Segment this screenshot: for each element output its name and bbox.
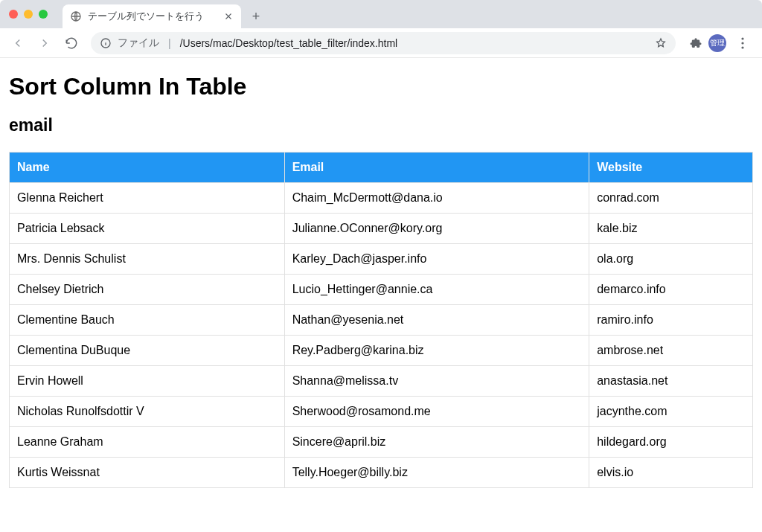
- cell-name: Mrs. Dennis Schulist: [10, 244, 285, 275]
- cell-name: Clementine Bauch: [10, 305, 285, 336]
- tab-title: テーブル列でソートを行う: [88, 10, 217, 23]
- cell-website: elvis.io: [589, 458, 753, 488]
- browser-tab-active[interactable]: テーブル列でソートを行う: [63, 4, 241, 28]
- profile-avatar[interactable]: 管理: [708, 34, 726, 52]
- svg-point-4: [741, 46, 743, 48]
- globe-icon: [70, 10, 82, 22]
- browser-tab-strip: テーブル列でソートを行う +: [0, 0, 762, 28]
- forward-button[interactable]: [33, 31, 57, 55]
- browser-toolbar: ファイル | /Users/mac/Desktop/test_table_fil…: [0, 28, 762, 58]
- cell-name: Clementina DuBuque: [10, 336, 285, 366]
- svg-point-3: [741, 42, 743, 44]
- cell-name: Ervin Howell: [10, 366, 285, 397]
- cell-website: conrad.com: [589, 183, 753, 214]
- sort-column-label: email: [9, 115, 753, 135]
- cell-email: Lucio_Hettinger@annie.ca: [284, 275, 589, 305]
- table-row: Mrs. Dennis SchulistKarley_Dach@jasper.i…: [10, 244, 753, 275]
- cell-website: demarco.info: [589, 275, 753, 305]
- cell-email: Rey.Padberg@karina.biz: [284, 336, 589, 366]
- page-content: Sort Column In Table email Name Email We…: [0, 58, 762, 497]
- table-row: Nicholas Runolfsdottir VSherwood@rosamon…: [10, 397, 753, 427]
- column-header-name[interactable]: Name: [10, 153, 285, 183]
- back-button[interactable]: [6, 31, 30, 55]
- cell-website: jacynthe.com: [589, 397, 753, 427]
- svg-point-2: [741, 37, 743, 39]
- cell-name: Patricia Lebsack: [10, 214, 285, 244]
- new-tab-button[interactable]: +: [246, 6, 266, 27]
- dots-vertical-icon: [741, 37, 744, 49]
- cell-website: anastasia.net: [589, 366, 753, 397]
- cell-name: Chelsey Dietrich: [10, 275, 285, 305]
- cell-email: Shanna@melissa.tv: [284, 366, 589, 397]
- cell-name: Kurtis Weissnat: [10, 458, 285, 488]
- table-row: Kurtis WeissnatTelly.Hoeger@billy.bizelv…: [10, 458, 753, 488]
- table-row: Clementina DuBuqueRey.Padberg@karina.biz…: [10, 336, 753, 366]
- close-icon[interactable]: [223, 11, 234, 22]
- reload-icon: [65, 36, 78, 50]
- extensions-icon[interactable]: [689, 36, 702, 50]
- cell-email: Telly.Hoeger@billy.biz: [284, 458, 589, 488]
- cell-website: kale.biz: [589, 214, 753, 244]
- table-row: Glenna ReichertChaim_McDermott@dana.ioco…: [10, 183, 753, 214]
- arrow-left-icon: [11, 36, 25, 50]
- window-controls: [0, 10, 57, 19]
- address-bar[interactable]: ファイル | /Users/mac/Desktop/test_table_fil…: [91, 32, 676, 54]
- browser-menu-button[interactable]: [732, 33, 753, 54]
- arrow-right-icon: [38, 36, 51, 50]
- cell-website: ramiro.info: [589, 305, 753, 336]
- table-row: Leanne GrahamSincere@april.bizhildegard.…: [10, 427, 753, 458]
- table-header-row: Name Email Website: [10, 153, 753, 183]
- cell-email: Nathan@yesenia.net: [284, 305, 589, 336]
- table-row: Chelsey DietrichLucio_Hettinger@annie.ca…: [10, 275, 753, 305]
- cell-email: Julianne.OConner@kory.org: [284, 214, 589, 244]
- cell-email: Sincere@april.biz: [284, 427, 589, 458]
- address-separator: |: [168, 37, 171, 49]
- column-header-website[interactable]: Website: [589, 153, 753, 183]
- window-close-button[interactable]: [9, 10, 18, 19]
- cell-name: Leanne Graham: [10, 427, 285, 458]
- page-title: Sort Column In Table: [9, 73, 753, 100]
- cell-email: Chaim_McDermott@dana.io: [284, 183, 589, 214]
- data-table: Name Email Website Glenna ReichertChaim_…: [9, 152, 753, 488]
- cell-email: Karley_Dach@jasper.info: [284, 244, 589, 275]
- address-scheme: ファイル: [118, 36, 159, 50]
- table-row: Patricia LebsackJulianne.OConner@kory.or…: [10, 214, 753, 244]
- column-header-email[interactable]: Email: [284, 153, 589, 183]
- cell-website: ola.org: [589, 244, 753, 275]
- table-row: Clementine BauchNathan@yesenia.netramiro…: [10, 305, 753, 336]
- cell-name: Glenna Reichert: [10, 183, 285, 214]
- cell-website: hildegard.org: [589, 427, 753, 458]
- cell-name: Nicholas Runolfsdottir V: [10, 397, 285, 427]
- info-icon: [100, 37, 112, 49]
- address-path: /Users/mac/Desktop/test_table_filter/ind…: [180, 37, 398, 49]
- table-row: Ervin HowellShanna@melissa.tvanastasia.n…: [10, 366, 753, 397]
- bookmark-star-icon[interactable]: [655, 37, 667, 49]
- cell-email: Sherwood@rosamond.me: [284, 397, 589, 427]
- window-minimize-button[interactable]: [24, 10, 33, 19]
- window-maximize-button[interactable]: [39, 10, 48, 19]
- reload-button[interactable]: [60, 31, 83, 55]
- cell-website: ambrose.net: [589, 336, 753, 366]
